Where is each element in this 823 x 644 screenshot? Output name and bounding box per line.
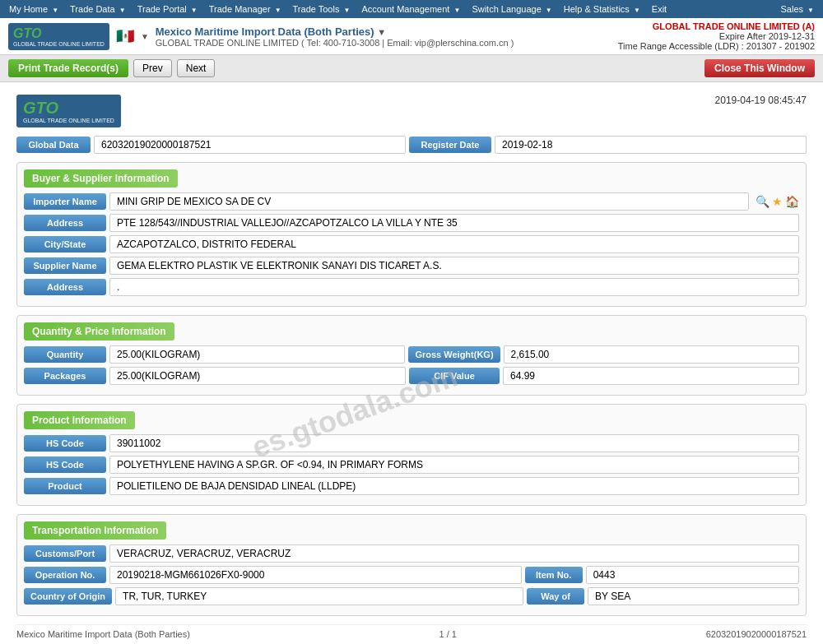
supplier-name-value: GEMA ELEKTRO PLASTIK VE ELEKTRONIK SANAY…	[109, 257, 799, 275]
close-button-top[interactable]: Close This Window	[704, 59, 815, 77]
nav-exit[interactable]: Exit	[647, 2, 672, 16]
flag-arrow[interactable]: ▼	[141, 32, 149, 41]
global-data-row: Global Data 62032019020000187521 Registe…	[16, 136, 807, 154]
record-datetime: 2019-04-19 08:45:47	[715, 95, 807, 106]
register-date-label: Register Date	[409, 137, 491, 153]
country-origin-row: Country of Origin TR, TUR, TURKEY Way of…	[24, 587, 799, 605]
top-nav: My Home ▼ Trade Data ▼ Trade Portal ▼ Tr…	[0, 0, 823, 18]
nav-trade-data[interactable]: Trade Data ▼	[65, 2, 131, 16]
buyer-section-header: Buyer & Supplier Information	[24, 169, 178, 188]
hs-code2-label: HS Code	[24, 456, 106, 473]
flag: 🇲🇽	[116, 27, 134, 45]
register-date-value: 2019-02-18	[495, 136, 807, 154]
page-title: Mexico Maritime Import Data (Both Partie…	[156, 25, 514, 38]
quantity-label: Quantity	[24, 346, 106, 363]
country-origin-label: Country of Origin	[24, 588, 112, 605]
product-value: POLIETILENO DE BAJA DENSIDAD LINEAL (LLD…	[109, 477, 799, 495]
expire-info: Expire After 2019-12-31	[618, 31, 815, 41]
time-range-info: Time Range Accessible (LDR) : 201307 - 2…	[618, 41, 815, 51]
customs-port-value: VERACRUZ, VERACRUZ, VERACRUZ	[109, 544, 799, 563]
star-icon[interactable]: ★	[772, 195, 783, 208]
city-state-row: City/State AZCAPOTZALCO, DISTRITO FEDERA…	[24, 235, 799, 253]
nav-my-home[interactable]: My Home ▼	[4, 2, 63, 16]
product-section-header: Product Information	[24, 411, 135, 429]
city-state-value: AZCAPOTZALCO, DISTRITO FEDERAL	[109, 235, 799, 253]
operation-no-value: 20190218-MGM661026FX0-9000	[109, 566, 522, 584]
nav-help-statistics[interactable]: Help & Statistics ▼	[559, 2, 645, 16]
packages-label: Packages	[24, 368, 106, 384]
customs-port-row: Customs/Port VERACRUZ, VERACRUZ, VERACRU…	[24, 544, 799, 563]
importer-name-label: Importer Name	[24, 193, 106, 210]
supplier-address-row: Address .	[24, 278, 799, 296]
global-data-value: 62032019020000187521	[94, 136, 406, 154]
cif-value-label: CIF Value	[409, 368, 500, 384]
customs-port-label: Customs/Port	[24, 545, 106, 562]
home-icon[interactable]: 🏠	[785, 195, 799, 208]
nav-account-management[interactable]: Account Management ▼	[356, 2, 465, 16]
supplier-name-row: Supplier Name GEMA ELEKTRO PLASTIK VE EL…	[24, 257, 799, 275]
hs-code-value: 39011002	[109, 434, 799, 452]
header-bar: GTO GLOBAL TRADE ONLINE LIMITED 🇲🇽 ▼ Mex…	[0, 18, 823, 55]
main-content: es.gtodala.com GTO GLOBAL TRADE ONLINE L…	[0, 82, 823, 644]
record-footer: Mexico Maritime Import Data (Both Partie…	[16, 624, 807, 643]
gross-weight-value: 2,615.00	[504, 345, 799, 364]
quantity-section-header: Quantity & Price Information	[24, 322, 174, 341]
way-of-label: Way of	[527, 588, 584, 605]
nav-trade-manager[interactable]: Trade Manager ▼	[204, 2, 286, 16]
buyer-section: Buyer & Supplier Information Importer Na…	[16, 162, 807, 307]
product-section: Product Information HS Code 39011002 HS …	[16, 404, 807, 506]
transportation-section-header: Transportation Information	[24, 521, 166, 540]
supplier-name-label: Supplier Name	[24, 257, 106, 274]
action-bar-top: Print Trade Record(s) Prev Next Close Th…	[0, 55, 823, 82]
operation-no-row: Operation No. 20190218-MGM661026FX0-9000…	[24, 566, 799, 584]
quantity-row: Quantity 25.00(KILOGRAM) Gross Weight(KG…	[24, 345, 799, 364]
nav-sales[interactable]: Sales ▼	[776, 2, 820, 16]
record-footer-id: 62032019020000187521	[706, 629, 807, 639]
record-logo: GTO GLOBAL TRADE ONLINE LIMITED	[16, 95, 121, 127]
logo: GTO GLOBAL TRADE ONLINE LIMITED	[8, 23, 109, 50]
quantity-section: Quantity & Price Information Quantity 25…	[16, 315, 807, 396]
nav-trade-portal[interactable]: Trade Portal ▼	[133, 2, 202, 16]
hs-code2-row: HS Code POLYETHYLENE HAVING A SP.GR. OF …	[24, 456, 799, 474]
print-button-top[interactable]: Print Trade Record(s)	[8, 59, 128, 77]
next-button-top[interactable]: Next	[177, 59, 216, 77]
packages-row: Packages 25.00(KILOGRAM) CIF Value 64.99	[24, 367, 799, 385]
transportation-section: Transportation Information Customs/Port …	[16, 514, 807, 616]
product-row: Product POLIETILENO DE BAJA DENSIDAD LIN…	[24, 477, 799, 495]
record-footer-source: Mexico Maritime Import Data (Both Partie…	[16, 629, 190, 639]
packages-value: 25.00(KILOGRAM)	[109, 367, 406, 385]
cif-value-value: 64.99	[503, 367, 799, 385]
operation-no-label: Operation No.	[24, 567, 106, 583]
item-no-label: Item No.	[525, 567, 583, 583]
company-name-top: GLOBAL TRADE ONLINE LIMITED (A)	[618, 21, 815, 31]
record-footer-page: 1 / 1	[439, 629, 457, 639]
gross-weight-label: Gross Weight(KG)	[408, 346, 500, 363]
address-row: Address PTE 128/543//INDUSTRIAL VALLEJO/…	[24, 214, 799, 232]
company-info: GLOBAL TRADE ONLINE LIMITED ( Tel: 400-7…	[156, 38, 514, 48]
search-icon[interactable]: 🔍	[756, 195, 770, 208]
nav-switch-language[interactable]: Switch Language ▼	[467, 2, 556, 16]
header-right: GLOBAL TRADE ONLINE LIMITED (A) Expire A…	[618, 21, 815, 51]
prev-button-top[interactable]: Prev	[133, 59, 172, 77]
importer-name-row: Importer Name MINI GRIP DE MEXICO SA DE …	[24, 192, 799, 211]
city-state-label: City/State	[24, 236, 106, 253]
address-label: Address	[24, 215, 106, 231]
hs-code2-value: POLYETHYLENE HAVING A SP.GR. OF <0.94, I…	[109, 456, 799, 474]
hs-code-row: HS Code 39011002	[24, 434, 799, 452]
global-data-label: Global Data	[16, 137, 91, 153]
product-label: Product	[24, 478, 106, 494]
nav-trade-tools[interactable]: Trade Tools ▼	[288, 2, 356, 16]
item-no-value: 0443	[586, 566, 799, 584]
icon-group: 🔍 ★ 🏠	[756, 195, 799, 208]
address-value: PTE 128/543//INDUSTRIAL VALLEJO//AZCAPOT…	[109, 214, 799, 232]
hs-code-label: HS Code	[24, 435, 106, 452]
supplier-address-value: .	[109, 278, 799, 296]
supplier-address-label: Address	[24, 279, 106, 295]
way-of-value: BY SEA	[588, 587, 799, 605]
country-origin-value: TR, TUR, TURKEY	[115, 587, 523, 605]
importer-name-value: MINI GRIP DE MEXICO SA DE CV	[109, 192, 749, 211]
record-header: GTO GLOBAL TRADE ONLINE LIMITED 2019-04-…	[16, 95, 807, 127]
quantity-value: 25.00(KILOGRAM)	[109, 345, 405, 364]
